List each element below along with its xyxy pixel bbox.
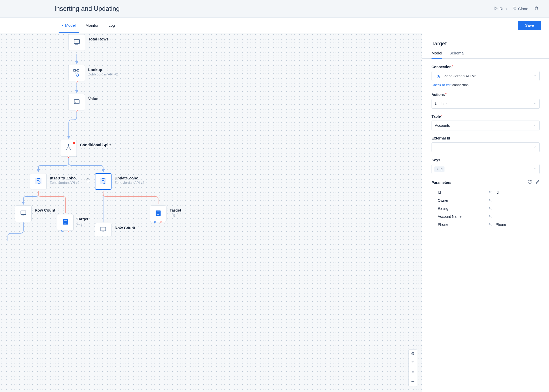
hand-icon [411, 351, 415, 357]
clone-button[interactable]: Clone [512, 6, 528, 11]
node-value[interactable]: Value [68, 94, 98, 110]
node-rowcount-left[interactable]: Row Count [15, 205, 55, 222]
port-icon [76, 110, 78, 111]
svg-rect-5 [77, 69, 79, 71]
node-insert-zoho[interactable]: Insert to Zoho Zoho Jordan API v2 [30, 173, 79, 190]
external-id-select[interactable] [432, 142, 540, 152]
node-update-label: Update Zoho [115, 176, 144, 180]
tab-log-label: Log [108, 23, 115, 27]
delete-button[interactable] [534, 6, 539, 12]
table-select[interactable]: Accounts [432, 121, 540, 130]
pencil-icon [536, 180, 540, 185]
param-row[interactable]: Owner fx [432, 196, 540, 204]
param-name: Account Name [438, 214, 489, 219]
port-icon [67, 230, 69, 232]
parameters-list: Id fx Id Owner fx Rating fx Account Name… [432, 188, 540, 228]
node-insert-label: Insert to Zoho [50, 176, 79, 180]
keys-label: Keys [432, 158, 540, 162]
clone-label: Clone [518, 6, 528, 11]
connection-select[interactable]: Zoho Jordan API v2 [432, 71, 540, 81]
node-lookup-label: Lookup [88, 67, 118, 72]
edit-button[interactable] [536, 180, 540, 185]
param-name: Owner [438, 198, 489, 202]
node-target-right[interactable]: Target Log [150, 205, 181, 222]
keys-input[interactable]: × Id [432, 164, 540, 174]
port-icon [154, 221, 156, 223]
connection-icon [434, 73, 442, 79]
connection-label: Connection [432, 65, 540, 69]
svg-rect-22 [157, 213, 159, 213]
zoom-in-button[interactable]: + [409, 357, 417, 367]
actions-label: Actions [432, 93, 540, 97]
chip-remove-icon[interactable]: × [436, 167, 438, 171]
flow-canvas[interactable]: Total Rows Lookup Zoho Jordan API v2 [0, 33, 422, 392]
refresh-icon [527, 180, 532, 185]
trash-icon [534, 6, 539, 12]
chevron-down-icon [534, 167, 537, 171]
svg-rect-21 [157, 212, 159, 212]
keys-chip[interactable]: × Id [434, 166, 444, 172]
fx-icon[interactable]: fx [489, 222, 496, 227]
panel-tab-schema[interactable]: Schema [449, 51, 464, 58]
svg-rect-18 [64, 223, 66, 223]
zoho-icon [34, 177, 43, 186]
panel-tab-model[interactable]: Model [432, 51, 442, 58]
header-actions: Run Clone [494, 6, 539, 12]
minus-icon: − [411, 378, 415, 385]
page-header: Inserting and Updating Run Clone [0, 0, 549, 18]
port-icon [160, 221, 162, 223]
check-edit-link[interactable]: Check or edit [432, 83, 451, 87]
tab-log[interactable]: Log [107, 18, 116, 33]
fx-icon[interactable]: fx [489, 206, 496, 211]
node-target-left[interactable]: Target Log [57, 214, 88, 231]
node-update-sub: Zoho Jordan API v2 [115, 181, 144, 185]
rowcount-icon [20, 209, 27, 218]
conditional-split-icon [64, 144, 73, 153]
fx-icon[interactable]: fx [489, 214, 496, 219]
param-name: Phone [438, 222, 489, 227]
connection-value: Zoho Jordan API v2 [444, 74, 476, 78]
panel-tabs: Model Schema [422, 51, 549, 59]
log-target-icon [154, 209, 162, 218]
param-row[interactable]: Phone fx Phone [432, 220, 540, 228]
save-button[interactable]: Save [518, 21, 541, 30]
run-button[interactable]: Run [494, 6, 507, 11]
param-name: Rating [438, 206, 489, 211]
svg-marker-8 [68, 144, 69, 145]
log-target-icon [61, 218, 69, 227]
table-label: Table [432, 114, 540, 118]
copy-icon [512, 6, 517, 11]
fx-icon[interactable]: fx [489, 190, 496, 194]
node-total-rows[interactable]: Total Rows [68, 34, 109, 51]
node-target-left-sub: Log [77, 222, 88, 226]
tab-model[interactable]: Model [61, 18, 77, 33]
param-row[interactable]: Account Name fx [432, 212, 540, 220]
lookup-icon [72, 68, 81, 78]
refresh-button[interactable] [527, 180, 532, 185]
node-lookup[interactable]: Lookup Zoho Jordan API v2 [68, 65, 118, 81]
total-rows-icon [73, 38, 81, 47]
node-update-zoho[interactable]: Update Zoho Zoho Jordan API v2 [95, 173, 144, 190]
chevron-down-icon [533, 123, 536, 128]
actions-select[interactable]: Update [432, 99, 540, 109]
param-row[interactable]: Id fx Id [432, 188, 540, 196]
node-conditional-split[interactable]: Conditional Split [60, 140, 111, 157]
node-delete-icon[interactable] [86, 178, 90, 184]
panel-menu-button[interactable]: ⋮ [534, 40, 540, 47]
node-lookup-sub: Zoho Jordan API v2 [88, 72, 118, 76]
error-dot-icon [73, 142, 75, 144]
connection-hint-rest: connection [451, 83, 469, 87]
plus-icon: + [411, 359, 414, 365]
tab-monitor[interactable]: Monitor [85, 18, 100, 33]
zoom-out-button[interactable]: − [409, 377, 417, 387]
param-row[interactable]: Rating fx [432, 204, 540, 212]
port-icon [76, 81, 78, 82]
flow-connectors [0, 33, 422, 392]
run-label: Run [499, 6, 507, 11]
node-target-right-label: Target [170, 208, 181, 212]
node-insert-sub: Zoho Jordan API v2 [50, 181, 79, 185]
node-rowcount-right[interactable]: Row Count [95, 223, 135, 236]
zoom-fit-button[interactable] [409, 367, 417, 377]
fx-icon[interactable]: fx [489, 198, 496, 202]
svg-rect-7 [75, 103, 76, 103]
